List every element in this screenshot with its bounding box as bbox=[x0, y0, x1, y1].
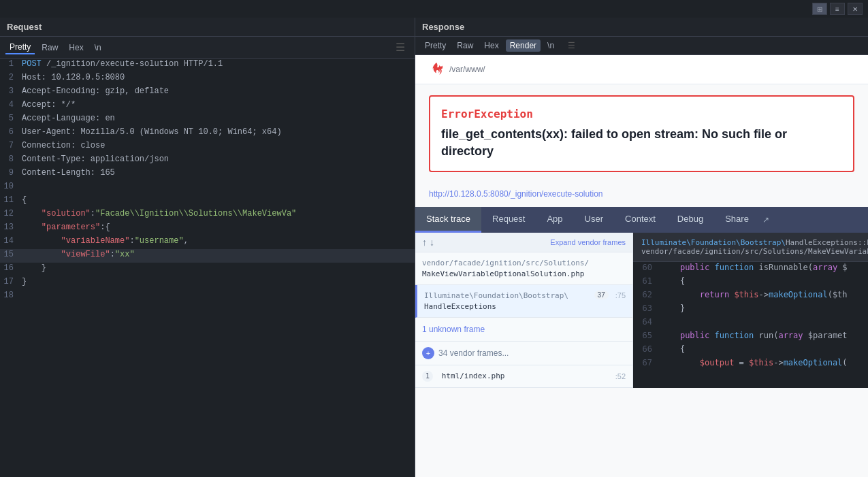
tab-hex-request[interactable]: Hex bbox=[65, 42, 87, 54]
code-line: 14 "variableName":"username", bbox=[0, 235, 415, 249]
main-panels: Request Pretty Raw Hex \n ☰ 1 POST /_ign… bbox=[0, 18, 868, 477]
frame-path-2: Illuminate\Foundation\Bootstrap\ HandleE… bbox=[424, 291, 568, 312]
ignition-container: /var/www/ ErrorException file_get_conten… bbox=[415, 55, 868, 477]
frame-item-last[interactable]: 1 html/index.php :52 bbox=[415, 365, 632, 388]
menu-request[interactable]: ☰ bbox=[391, 39, 409, 55]
stack-frame-header: ↑ ↓ Expand vendor frames bbox=[415, 233, 632, 252]
stack-tab-context[interactable]: Context bbox=[614, 207, 666, 233]
cp-line: 63 } bbox=[633, 303, 868, 316]
frame-item-1[interactable]: vendor/facade/ignition/src/Solutions/ Ma… bbox=[415, 252, 632, 285]
last-frame-line-num: :52 bbox=[615, 372, 626, 380]
request-panel-header: Request bbox=[0, 18, 415, 37]
frame-path-1: vendor/facade/ignition/src/Solutions/ Ma… bbox=[422, 258, 626, 279]
stack-tabs: Stack trace Request App User Context Deb… bbox=[415, 207, 868, 233]
request-tabs: Pretty Raw Hex \n ☰ bbox=[0, 37, 415, 59]
code-line: 7 Connection: close bbox=[0, 140, 415, 154]
stack-frame-arrows: ↑ ↓ bbox=[422, 237, 434, 248]
code-pane: Illuminate\Foundation\Bootstrap\HandleEx… bbox=[633, 233, 868, 388]
tab-n-request[interactable]: \n bbox=[91, 42, 106, 54]
code-pane-body: 60 public function isRunnable(array $ 61… bbox=[633, 262, 868, 371]
cp-line: 61 { bbox=[633, 276, 868, 289]
code-line: 18 bbox=[0, 290, 415, 303]
request-title: Request bbox=[7, 22, 42, 32]
error-card: ErrorException file_get_contents(xx): fa… bbox=[429, 95, 854, 172]
tab-pretty-request[interactable]: Pretty bbox=[5, 41, 35, 54]
code-line: 3 Accept-Encoding: gzip, deflate bbox=[0, 86, 415, 99]
request-code-area: 1 POST /_ignition/execute-solution HTTP/… bbox=[0, 59, 415, 477]
stack-tab-app[interactable]: App bbox=[536, 207, 573, 233]
stack-tab-request[interactable]: Request bbox=[481, 207, 536, 233]
cp-line: 64 bbox=[633, 316, 868, 330]
error-url: http://10.128.0.5:8080/_ignition/execute… bbox=[415, 183, 868, 207]
top-bar: ⊞ ≡ ✕ bbox=[0, 0, 868, 18]
code-line-highlighted: 15 "viewFile":"xx" bbox=[0, 249, 415, 263]
tab-n-response[interactable]: \n bbox=[543, 39, 558, 52]
response-tabs: Pretty Raw Hex Render \n ☰ bbox=[415, 37, 868, 55]
code-pane-header: Illuminate\Foundation\Bootstrap\HandleEx… bbox=[633, 233, 868, 262]
ignition-path: /var/www/ bbox=[449, 65, 485, 74]
stack-tab-share[interactable]: Share bbox=[714, 207, 760, 233]
list-view-button[interactable]: ≡ bbox=[830, 3, 845, 15]
tab-render-response[interactable]: Render bbox=[506, 39, 541, 52]
cp-line: 65 public function run(array $paramet bbox=[633, 330, 868, 344]
code-line: 8 Content-Type: application/json bbox=[0, 154, 415, 167]
expand-circle-button[interactable]: + bbox=[422, 347, 434, 359]
cp-line: 67 $output = $this->makeOptional( bbox=[633, 357, 868, 371]
error-url-link[interactable]: http://10.128.0.5:8080/_ignition/execute… bbox=[429, 189, 603, 199]
right-panel: Response Pretty Raw Hex Render \n ☰ /var… bbox=[415, 18, 868, 477]
code-line: 13 "parameters":{ bbox=[0, 222, 415, 235]
left-panel: Request Pretty Raw Hex \n ☰ 1 POST /_ign… bbox=[0, 18, 415, 477]
tab-hex-response[interactable]: Hex bbox=[480, 39, 502, 52]
vendor-frames-collapsed[interactable]: + 34 vendor frames... bbox=[415, 342, 632, 365]
cp-line: 62 return $this->makeOptional($th bbox=[633, 289, 868, 303]
code-line: 12 "solution":"Facade\\Ignition\\Solutio… bbox=[0, 208, 415, 222]
share-icon: ↗ bbox=[762, 207, 769, 233]
unknown-frame-label: 1 unknown frame bbox=[422, 325, 485, 334]
error-type: ErrorException bbox=[441, 108, 842, 120]
arrow-up[interactable]: ↑ bbox=[422, 237, 427, 248]
code-line: 2 Host: 10.128.0.5:8080 bbox=[0, 72, 415, 86]
response-panel-header: Response bbox=[415, 18, 868, 37]
frame-item-2[interactable]: Illuminate\Foundation\Bootstrap\ HandleE… bbox=[415, 285, 632, 318]
code-line: 17 } bbox=[0, 276, 415, 290]
response-title: Response bbox=[422, 22, 464, 32]
tab-pretty-response[interactable]: Pretty bbox=[421, 39, 450, 52]
frame-line-num: :75 bbox=[615, 291, 626, 299]
response-content: /var/www/ ErrorException file_get_conten… bbox=[415, 55, 868, 477]
grid-view-button[interactable]: ⊞ bbox=[812, 3, 827, 15]
error-message: file_get_contents(xx): failed to open st… bbox=[441, 126, 842, 160]
unknown-frame[interactable]: 1 unknown frame bbox=[415, 318, 632, 342]
code-line: 9 Content-Length: 165 bbox=[0, 167, 415, 181]
stack-body: ↑ ↓ Expand vendor frames vendor/facade/i… bbox=[415, 233, 868, 388]
tab-raw-response[interactable]: Raw bbox=[453, 39, 477, 52]
frame-number-badge: 37 bbox=[594, 291, 609, 299]
arrow-down[interactable]: ↓ bbox=[430, 237, 434, 248]
stack-tab-debug[interactable]: Debug bbox=[666, 207, 714, 233]
cp-line: 60 public function isRunnable(array $ bbox=[633, 262, 868, 276]
stack-frames: ↑ ↓ Expand vendor frames vendor/facade/i… bbox=[415, 233, 633, 388]
stack-tab-trace[interactable]: Stack trace bbox=[415, 207, 481, 233]
last-frame-number: 1 bbox=[422, 371, 433, 382]
code-line: 10 bbox=[0, 181, 415, 195]
code-line: 11 { bbox=[0, 195, 415, 208]
menu-response[interactable]: ☰ bbox=[564, 39, 579, 52]
tab-raw-request[interactable]: Raw bbox=[37, 42, 62, 54]
stack-tab-user[interactable]: User bbox=[574, 207, 614, 233]
cp-line: 66 { bbox=[633, 344, 868, 357]
code-file-path: vendor/facade/ignition/src/Solutions/Mak… bbox=[641, 247, 868, 256]
code-line: 16 } bbox=[0, 263, 415, 276]
stack-section: Stack trace Request App User Context Deb… bbox=[415, 207, 868, 388]
frame-path-last: 1 html/index.php bbox=[422, 371, 504, 382]
ignition-logo bbox=[429, 62, 444, 77]
code-line: 6 User-Agent: Mozilla/5.0 (Windows NT 10… bbox=[0, 127, 415, 140]
expand-vendor-button[interactable]: Expand vendor frames bbox=[550, 238, 626, 246]
code-line: 1 POST /_ignition/execute-solution HTTP/… bbox=[0, 59, 415, 72]
code-line: 5 Accept-Language: en bbox=[0, 113, 415, 127]
code-namespace: Illuminate\Foundation\Bootstrap\ bbox=[641, 238, 786, 247]
vendor-frames-label: 34 vendor frames... bbox=[438, 348, 509, 358]
ignition-top-bar: /var/www/ bbox=[415, 55, 868, 84]
close-button[interactable]: ✕ bbox=[848, 3, 863, 15]
code-line: 4 Accept: */* bbox=[0, 99, 415, 113]
